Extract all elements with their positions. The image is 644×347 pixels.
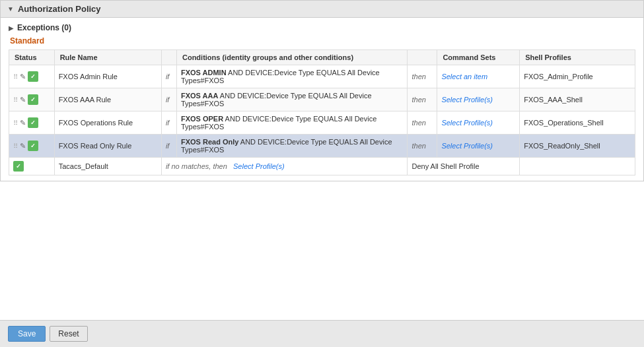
th-commandsets: Command Sets — [437, 50, 520, 65]
default-condition-cell: if no matches, then Select Profile(s) — [161, 158, 408, 175]
drag-handle-icon[interactable]: ⠿ — [13, 142, 18, 150]
th-if — [161, 50, 176, 65]
exceptions-header[interactable]: ▶ Exceptions (0) — [9, 23, 635, 32]
row-actions-cell: ⠿ ✎ ✓ — [9, 111, 55, 135]
then-cell: then — [408, 65, 437, 88]
default-deny-cell: Deny All Shell Profile — [408, 158, 520, 175]
th-status: Status — [9, 50, 55, 65]
default-enabled-checkbox[interactable]: ✓ — [13, 161, 24, 172]
then-text: then — [411, 119, 425, 127]
command-sets-cell[interactable]: Select an item — [437, 65, 520, 88]
then-cell: then — [408, 135, 437, 158]
page-container: ▼ Authorization Policy ▶ Exceptions (0) … — [0, 0, 644, 347]
shell-profile-text: FXOS_Admin_Profile — [524, 73, 593, 80]
table-row-highlighted: ⠿ ✎ ✓ FXOS Read Only Rule if FXOS Read O… — [9, 135, 635, 158]
edit-icon[interactable]: ✎ — [20, 142, 26, 150]
section-arrow-icon: ▼ — [7, 5, 14, 13]
command-sets-cell[interactable]: Select Profile(s) — [437, 135, 520, 158]
bottom-bar: Save Reset — [0, 320, 644, 347]
rule-name-text: FXOS Read Only Rule — [59, 142, 132, 150]
enabled-checkbox[interactable]: ✓ — [28, 94, 38, 105]
reset-button[interactable]: Reset — [50, 326, 87, 342]
edit-icon[interactable]: ✎ — [20, 73, 26, 81]
condition-cell: FXOS AAA AND DEVICE:Device Type EQUALS A… — [176, 88, 407, 111]
then-text: then — [411, 142, 425, 150]
shell-profile-text: FXOS_Operations_Shell — [524, 119, 603, 127]
default-checkbox-cell: ✓ — [9, 158, 55, 175]
if-cell: if — [161, 65, 176, 88]
rule-name-cell: FXOS Read Only Rule — [54, 135, 161, 158]
default-select-profile-link[interactable]: Select Profile(s) — [233, 162, 285, 170]
enabled-checkbox[interactable]: ✓ — [28, 117, 38, 128]
rule-name-cell: FXOS AAA Rule — [54, 88, 161, 111]
row-actions-cell: ⠿ ✎ ✓ — [9, 135, 55, 158]
then-cell: then — [408, 88, 437, 111]
default-shell-cell — [520, 158, 635, 175]
select-item-link[interactable]: Select an item — [441, 73, 487, 80]
exceptions-arrow-icon: ▶ — [9, 24, 14, 32]
th-then — [408, 50, 437, 65]
select-profile-link[interactable]: Select Profile(s) — [441, 142, 493, 150]
if-no-matches-text: if no matches, then — [166, 162, 227, 170]
rule-name-text: FXOS Operations Rule — [59, 119, 133, 127]
rule-name-cell: FXOS Operations Rule — [54, 111, 161, 135]
condition-cell: FXOS Read Only AND DEVICE:Device Type EQ… — [176, 135, 407, 158]
policy-table: Status Rule Name Conditions (identity gr… — [9, 49, 635, 175]
drag-handle-icon[interactable]: ⠿ — [13, 73, 18, 80]
save-button[interactable]: Save — [8, 326, 46, 342]
then-cell: then — [408, 111, 437, 135]
section-body: ▶ Exceptions (0) Standard Status Rule Na… — [0, 18, 644, 181]
if-cell: if — [161, 135, 176, 158]
deny-text: Deny All Shell Profile — [411, 162, 479, 170]
condition-bold-text: FXOS ADMIN — [181, 69, 227, 77]
default-table-row: ✓ Tacacs_Default if no matches, then Sel… — [9, 158, 635, 175]
then-text: then — [411, 73, 425, 80]
condition-bold-text: FXOS OPER — [181, 115, 223, 123]
shell-profile-cell: FXOS_AAA_Shell — [520, 88, 635, 111]
shell-profile-cell: FXOS_Admin_Profile — [520, 65, 635, 88]
exceptions-title: Exceptions (0) — [17, 23, 71, 32]
rule-name-cell: FXOS Admin Rule — [54, 65, 161, 88]
if-cell: if — [161, 111, 176, 135]
standard-label: Standard — [9, 36, 635, 46]
condition-bold-text: FXOS Read Only — [181, 138, 238, 146]
table-row: ⠿ ✎ ✓ FXOS Operations Rule if FXOS OPER … — [9, 111, 635, 135]
row-actions-cell: ⠿ ✎ ✓ — [9, 88, 55, 111]
section-header[interactable]: ▼ Authorization Policy — [0, 0, 644, 18]
shell-profile-cell: FXOS_ReadOnly_Shell — [520, 135, 635, 158]
drag-handle-icon[interactable]: ⠿ — [13, 119, 18, 127]
rule-name-text: FXOS Admin Rule — [59, 73, 118, 80]
command-sets-cell[interactable]: Select Profile(s) — [437, 88, 520, 111]
th-rulename: Rule Name — [54, 50, 161, 65]
condition-cell: FXOS ADMIN AND DEVICE:Device Type EQUALS… — [176, 65, 407, 88]
then-text: then — [411, 96, 425, 104]
table-row: ⠿ ✎ ✓ FXOS AAA Rule if FXOS AAA AND DEVI… — [9, 88, 635, 111]
command-sets-cell[interactable]: Select Profile(s) — [437, 111, 520, 135]
default-rule-name-text: Tacacs_Default — [59, 162, 108, 170]
row-actions-cell: ⠿ ✎ ✓ — [9, 65, 55, 88]
section-title: Authorization Policy — [18, 4, 101, 14]
if-cell: if — [161, 88, 176, 111]
edit-icon[interactable]: ✎ — [20, 96, 26, 104]
drag-handle-icon[interactable]: ⠿ — [13, 96, 18, 104]
enabled-checkbox[interactable]: ✓ — [28, 141, 38, 151]
th-conditions: Conditions (identity groups and other co… — [176, 50, 407, 65]
shell-profile-cell: FXOS_Operations_Shell — [520, 111, 635, 135]
condition-cell: FXOS OPER AND DEVICE:Device Type EQUALS … — [176, 111, 407, 135]
default-rule-name-cell: Tacacs_Default — [54, 158, 161, 175]
select-profile-link[interactable]: Select Profile(s) — [441, 119, 493, 127]
condition-bold-text: FXOS AAA — [181, 92, 218, 100]
shell-profile-text: FXOS_AAA_Shell — [524, 96, 583, 104]
select-profile-link[interactable]: Select Profile(s) — [441, 96, 493, 104]
shell-profile-text: FXOS_ReadOnly_Shell — [524, 142, 600, 150]
enabled-checkbox[interactable]: ✓ — [28, 71, 38, 82]
table-row: ⠿ ✎ ✓ FXOS Admin Rule if FXOS ADMIN AND … — [9, 65, 635, 88]
edit-icon[interactable]: ✎ — [20, 119, 26, 127]
rule-name-text: FXOS AAA Rule — [59, 96, 111, 104]
th-shellprofiles: Shell Profiles — [520, 50, 635, 65]
